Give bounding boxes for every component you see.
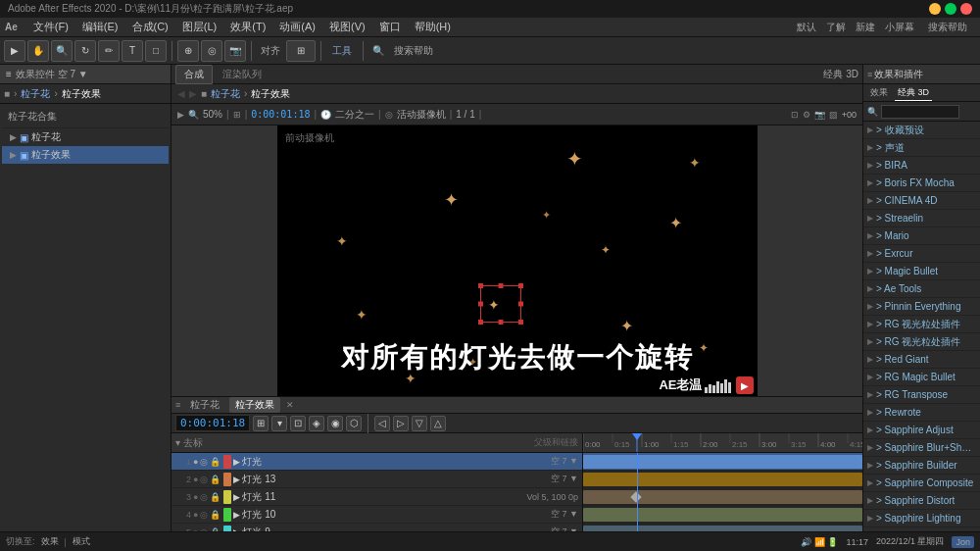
effect-item-5[interactable]: ▶> Streaelin — [863, 210, 980, 227]
effect-item-17[interactable]: ▶> Sapphire Adjust — [863, 422, 980, 439]
lock-2[interactable]: 🔒 — [210, 492, 220, 502]
eye-1[interactable]: ● — [193, 475, 198, 484]
layer-row-3[interactable]: 4 ● ◎ 🔒 ▶ 灯光 10 空 7 ▼ — [172, 506, 582, 524]
expand-1[interactable]: ▶ — [233, 475, 240, 484]
grid-icon[interactable]: ⊞ — [233, 110, 241, 120]
effect-item-0[interactable]: ▶> 收藏预设 — [863, 122, 980, 139]
menu-help[interactable]: 帮助(H) — [409, 18, 457, 36]
camera-label[interactable]: 活动摄像机 — [397, 108, 446, 122]
snapshot-icon[interactable]: 📷 — [814, 110, 825, 120]
current-time-display[interactable]: 0:00:01:18 — [175, 415, 250, 431]
divider-label[interactable]: 二分之一 — [335, 108, 374, 122]
tl-btn-7[interactable]: ◁ — [374, 416, 390, 431]
tl-btn-10[interactable]: △ — [430, 416, 446, 431]
preview-tab-active[interactable]: 合成 — [175, 65, 213, 84]
layer-row-4[interactable]: 5 ● ◎ 🔒 ▶ 灯光 9 空 7 ▼ — [172, 524, 582, 531]
expand-0[interactable]: ▶ — [233, 457, 240, 467]
menu-animation[interactable]: 动画(A) — [273, 18, 321, 36]
res-label[interactable]: 1 / 1 — [456, 109, 474, 120]
magnifier-icon[interactable]: 🔍 — [368, 45, 388, 56]
tool-select[interactable]: ▶ — [4, 40, 25, 62]
tl-tab-close[interactable]: ✕ — [286, 400, 294, 410]
menu-layer[interactable]: 图层(L) — [176, 18, 222, 36]
tool-rotobrush[interactable]: ◎ — [201, 40, 222, 62]
eye-0[interactable]: ● — [193, 457, 198, 467]
effects-search-input[interactable] — [881, 105, 959, 119]
preview-tab-other[interactable]: 渲染队列 — [215, 66, 270, 83]
effect-item-22[interactable]: ▶> Sapphire Lighting — [863, 510, 980, 527]
tl-btn-5[interactable]: ◉ — [327, 416, 343, 431]
menu-view[interactable]: 视图(V) — [323, 18, 371, 36]
effect-item-2[interactable]: ▶> BIRA — [863, 157, 980, 175]
tool-puppet[interactable]: ⊕ — [177, 40, 199, 62]
rp-tab-presets[interactable]: 经典 3D — [895, 85, 932, 101]
export-icon[interactable]: ⊡ — [791, 110, 799, 120]
zoom-label[interactable]: 50% — [203, 109, 222, 120]
solo-0[interactable]: ◎ — [200, 457, 208, 467]
project-item-1[interactable]: ▶ ▣ 粒子效果 — [2, 146, 169, 164]
effect-item-10[interactable]: ▶> Pinnin Everything — [863, 298, 980, 316]
settings-icon[interactable]: ⚙ — [803, 110, 810, 120]
project-item-0[interactable]: ▶ ▣ 粒子花 — [2, 128, 169, 146]
tool-shape[interactable]: □ — [145, 40, 167, 62]
solo-3[interactable]: ◎ — [200, 510, 208, 520]
effect-item-15[interactable]: ▶> RG Transpose — [863, 386, 980, 404]
effect-item-18[interactable]: ▶> Sapphire Blur+Sharpen — [863, 439, 980, 457]
effect-item-7[interactable]: ▶> Exrcur — [863, 245, 980, 263]
solo-1[interactable]: ◎ — [200, 475, 208, 484]
effect-item-8[interactable]: ▶> Magic Bullet — [863, 263, 980, 280]
bc-comp1[interactable]: 粒子花 — [211, 87, 240, 101]
expand-2[interactable]: ▶ — [233, 492, 240, 502]
tool-pen[interactable]: ✏ — [98, 40, 120, 62]
tool-zoom[interactable]: 🔍 — [51, 40, 73, 62]
effect-item-21[interactable]: ▶> Sapphire Distort — [863, 492, 980, 510]
timeline-tab-0[interactable]: 粒子花 — [184, 397, 225, 413]
effect-item-9[interactable]: ▶> Ae Tools — [863, 280, 980, 298]
effect-item-12[interactable]: ▶> RG 视光粒处插件 — [863, 333, 980, 351]
tool-camera[interactable]: 📷 — [224, 40, 246, 62]
tl-btn-3[interactable]: ⊡ — [290, 416, 306, 431]
minimize-btn[interactable] — [929, 3, 941, 15]
menu-composition[interactable]: 合成(C) — [126, 18, 174, 36]
effects-search-bar[interactable]: 🔍 — [863, 102, 980, 122]
eye-2[interactable]: ● — [193, 492, 198, 502]
close-btn[interactable] — [960, 3, 972, 15]
menu-window[interactable]: 窗口 — [373, 18, 407, 36]
lock-3[interactable]: 🔒 — [210, 510, 220, 520]
expand-3[interactable]: ▶ — [233, 510, 240, 520]
timeline-tab-1[interactable]: 粒子效果 — [229, 397, 280, 413]
effect-item-20[interactable]: ▶> Sapphire Composite — [863, 475, 980, 492]
effect-item-19[interactable]: ▶> Sapphire Builder — [863, 457, 980, 475]
menu-file[interactable]: 文件(F) — [27, 18, 74, 36]
effect-item-1[interactable]: ▶> 声道 — [863, 139, 980, 157]
tl-btn-8[interactable]: ▷ — [393, 416, 409, 431]
effect-item-13[interactable]: ▶> Red Giant — [863, 351, 980, 369]
search-label[interactable]: 搜索帮助 — [920, 21, 975, 34]
tl-btn-9[interactable]: ▽ — [412, 416, 427, 431]
time-display[interactable]: 0:00:01:18 — [251, 109, 310, 120]
rp-tab-effects[interactable]: 效果 — [867, 85, 891, 100]
tl-btn-1[interactable]: ⊞ — [253, 416, 269, 431]
layer-row-2[interactable]: 3 ● ◎ 🔒 ▶ 灯光 11 Vol 5, 100 0p — [172, 488, 582, 506]
tl-btn-6[interactable]: ⬡ — [346, 416, 362, 431]
tl-btn-4[interactable]: ◈ — [309, 416, 324, 431]
tool-rotate[interactable]: ↻ — [74, 40, 96, 62]
tool-hand[interactable]: ✋ — [27, 40, 49, 62]
effect-item-11[interactable]: ▶> RG 视光粒处插件 — [863, 316, 980, 333]
search-field[interactable]: 搜索帮助 — [390, 44, 472, 58]
effect-item-16[interactable]: ▶> Rewrote — [863, 404, 980, 422]
region-icon[interactable]: ▨ — [829, 110, 838, 120]
menu-edit[interactable]: 编辑(E) — [76, 18, 124, 36]
lock-0[interactable]: 🔒 — [210, 457, 220, 467]
effect-item-3[interactable]: ▶> Boris FX Mocha — [863, 175, 980, 192]
breadcrumb-comp[interactable]: 粒子花 — [21, 87, 50, 101]
maximize-btn[interactable] — [945, 3, 956, 15]
tool-text[interactable]: T — [122, 40, 143, 62]
effect-item-14[interactable]: ▶> RG Magic Bullet — [863, 369, 980, 386]
solo-2[interactable]: ◎ — [200, 492, 208, 502]
lock-1[interactable]: 🔒 — [210, 475, 220, 484]
tl-btn-2[interactable]: ▾ — [271, 416, 287, 431]
effect-item-4[interactable]: ▶> CINEMA 4D — [863, 192, 980, 210]
layer-row-0[interactable]: 1 ● ◎ 🔒 ▶ 灯光 空 7 ▼ — [172, 453, 582, 471]
layer-row-1[interactable]: 2 ● ◎ 🔒 ▶ 灯光 13 空 7 ▼ — [172, 471, 582, 488]
